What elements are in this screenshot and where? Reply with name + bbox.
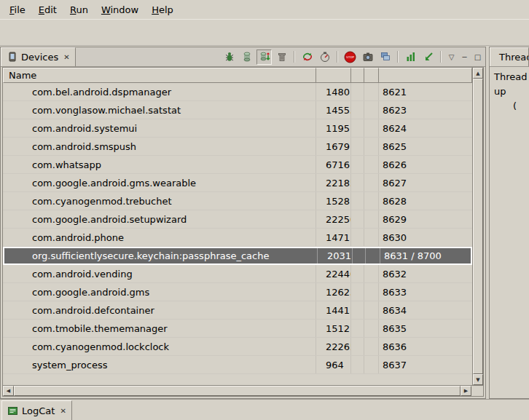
sysinfo-button[interactable] — [403, 49, 418, 65]
table-row[interactable]: com.cyanogenmod.lockclock 22265 8636 — [3, 338, 472, 356]
menu-file[interactable]: File — [3, 1, 32, 18]
process-pid: 1480 — [316, 83, 351, 100]
process-name: com.android.vending — [3, 265, 316, 282]
view-hierarchy-button[interactable] — [377, 49, 393, 65]
method-profiling-button[interactable] — [317, 49, 332, 65]
network-stats-button[interactable] — [420, 49, 436, 65]
table-row-selected[interactable]: org.sufficientlysecure.keychain:passphra… — [3, 247, 472, 265]
threads-cell — [364, 156, 379, 173]
vertical-scrollbar-thumb[interactable] — [473, 79, 483, 374]
scroll-up-icon[interactable]: ▲ — [473, 68, 483, 79]
table-row[interactable]: com.google.android.gms.wearable 22185 86… — [3, 174, 472, 192]
table-row[interactable]: com.google.android.setupwizard 22250 862… — [3, 210, 472, 229]
minimize-icon[interactable]: ─ — [459, 50, 470, 63]
heap-cell — [351, 265, 364, 282]
threads-message-line2: ( — [494, 99, 525, 114]
heap-cell — [351, 229, 364, 246]
table-row[interactable]: com.tmobile.thememanager 1512 8635 — [3, 320, 472, 338]
update-heap-button[interactable] — [239, 49, 254, 65]
table-row[interactable]: com.android.defcontainer 14411 8634 — [3, 301, 472, 320]
main-toolbar — [0, 19, 529, 46]
scroll-down-icon[interactable]: ▼ — [473, 374, 483, 385]
horizontal-scrollbar[interactable]: ◀ ▶ — [3, 385, 483, 396]
table-row[interactable]: com.cyanogenmod.trebuchet 1528 8628 — [3, 192, 472, 210]
cause-gc-button[interactable] — [274, 49, 289, 65]
process-pid: 14411 — [316, 301, 351, 319]
process-name: com.android.defcontainer — [3, 301, 316, 319]
scroll-right-icon[interactable]: ▶ — [461, 386, 471, 396]
table-row[interactable]: com.vonglasow.michael.satstat 14553 8623 — [3, 101, 472, 119]
view-menu-icon[interactable]: ▽ — [446, 50, 457, 63]
debug-port: 8627 — [379, 174, 472, 191]
bottom-panel: LogCat ✕ — [0, 399, 529, 420]
debug-port: 8634 — [379, 301, 472, 319]
process-pid: 1512 — [316, 320, 351, 337]
tab-threads-label: Threads — [499, 52, 529, 63]
column-header-heap[interactable] — [351, 68, 364, 83]
heap-cell — [351, 156, 364, 173]
debug-port: 8626 — [379, 156, 472, 173]
devices-toolbar: STOP — [222, 47, 485, 66]
stop-process-button[interactable]: STOP — [342, 49, 358, 65]
process-pid: 12623 — [316, 283, 351, 301]
table-row[interactable]: com.android.vending 22440 8632 — [3, 265, 472, 283]
table-rows: com.bel.android.dspmanager 1480 8621 com… — [3, 83, 472, 385]
process-pid: 1471 — [316, 229, 351, 246]
device-icon — [7, 52, 17, 63]
devices-tabbar: Devices ✕ — [1, 47, 485, 67]
table-row[interactable]: com.whatsapp 6716 8626 — [3, 156, 472, 174]
trash-icon — [276, 51, 288, 63]
tab-logcat-label: LogCat — [22, 405, 55, 416]
process-name: com.google.android.setupwizard — [3, 210, 316, 228]
stop-icon-label: STOP — [346, 55, 355, 59]
debug-port: 8628 — [379, 192, 472, 210]
screen-capture-button[interactable] — [360, 49, 375, 65]
heap-cell — [351, 119, 364, 137]
menu-run[interactable]: Run — [63, 1, 95, 18]
heap-cell — [351, 138, 364, 155]
tab-logcat[interactable]: LogCat ✕ — [1, 400, 72, 420]
table-row[interactable]: com.bel.android.dspmanager 1480 8621 — [3, 83, 472, 101]
menu-edit[interactable]: Edit — [32, 1, 63, 18]
green-arrow-icon — [423, 51, 434, 63]
debug-icon — [224, 51, 235, 63]
table-row[interactable]: com.google.android.gms 12623 8633 — [3, 283, 472, 301]
threads-cell — [364, 174, 379, 191]
column-header-pid[interactable] — [316, 68, 351, 83]
debug-port: 8637 — [379, 356, 472, 373]
debug-process-button[interactable] — [222, 49, 237, 65]
heap-icon — [241, 51, 253, 63]
table-row[interactable]: com.android.phone 1471 8630 — [3, 229, 472, 247]
table-row[interactable]: com.android.smspush 1679 8625 — [3, 138, 472, 156]
process-name: com.android.smspush — [3, 138, 316, 155]
threads-cell — [366, 248, 380, 264]
scrollbar-corner — [471, 386, 483, 396]
menu-window[interactable]: Window — [95, 1, 145, 18]
debug-port: 8623 — [379, 101, 472, 119]
dump-hprof-button[interactable] — [256, 49, 272, 65]
vertical-scrollbar[interactable]: ▲ ▼ — [472, 68, 483, 385]
column-header-port[interactable] — [379, 68, 472, 83]
close-icon[interactable]: ✕ — [62, 53, 69, 61]
threads-cell — [364, 83, 379, 100]
horizontal-scrollbar-thumb[interactable] — [14, 386, 461, 396]
scroll-left-icon[interactable]: ◀ — [3, 386, 14, 396]
update-threads-button[interactable] — [299, 49, 315, 65]
heap-cell — [351, 283, 364, 301]
table-row[interactable]: system_process 964 8637 — [3, 356, 472, 374]
threads-cell — [364, 301, 379, 319]
tab-devices[interactable]: Devices ✕ — [1, 47, 76, 66]
debug-port: 8632 — [379, 265, 472, 282]
debug-port: 8636 — [379, 338, 472, 355]
column-header-name[interactable]: Name — [3, 68, 316, 83]
column-header-threads[interactable] — [364, 68, 379, 83]
process-name: system_process — [3, 356, 316, 373]
close-icon[interactable]: ✕ — [58, 407, 66, 415]
menu-help[interactable]: Help — [145, 1, 180, 18]
process-pid: 22265 — [316, 338, 351, 355]
maximize-icon[interactable]: □ — [472, 50, 483, 63]
table-row[interactable]: com.android.systemui 1195 8624 — [3, 119, 472, 138]
tab-threads[interactable]: Threads — [490, 47, 529, 66]
process-pid: 14553 — [316, 101, 351, 119]
process-pid: 22440 — [316, 265, 351, 282]
